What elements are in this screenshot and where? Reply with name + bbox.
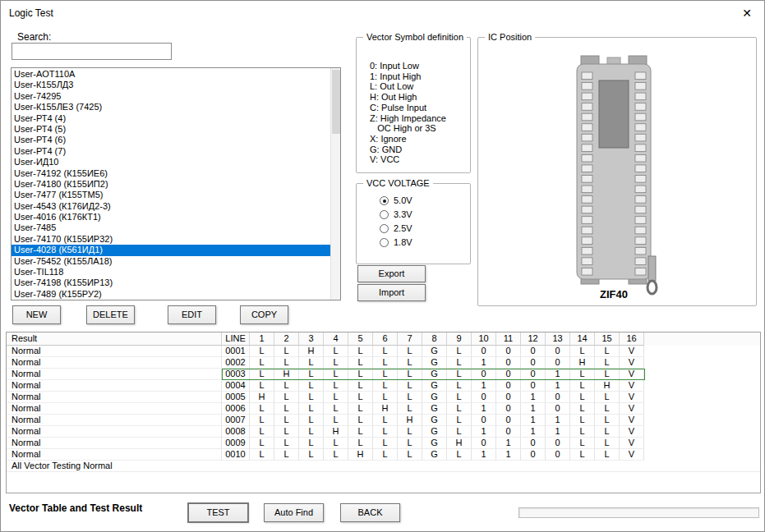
- pin-cell: 1: [521, 415, 546, 426]
- pin-cell: L: [398, 380, 422, 392]
- search-input[interactable]: [12, 43, 172, 60]
- grid-row[interactable]: Normal0004LLLLLLLGL1001LHV: [7, 380, 760, 392]
- list-item[interactable]: User-AOT110A: [12, 69, 330, 80]
- ic-position-group: IC Position ZIF40: [477, 37, 757, 306]
- pin-cell: 0: [496, 346, 521, 357]
- pin-cell: H: [274, 369, 299, 380]
- edit-button[interactable]: EDIT: [168, 305, 216, 324]
- search-label: Search:: [17, 31, 51, 43]
- result-cell: Normal: [7, 380, 222, 392]
- list-item[interactable]: User-74198 (К155ИР13): [12, 277, 330, 288]
- close-icon[interactable]: ✕: [736, 4, 758, 22]
- pin-cell: L: [373, 438, 398, 449]
- filler-cell: [644, 346, 760, 357]
- pin-cell: L: [447, 380, 472, 392]
- pin-cell: L: [447, 449, 472, 461]
- pin-slot: [582, 176, 592, 183]
- grid-row[interactable]: Normal0001LLHLLLLGL0000LLV: [7, 346, 760, 357]
- device-list[interactable]: User-AOT110AUser-К155ЛД3User-74295User-К…: [11, 67, 341, 300]
- pin-slot: [582, 217, 592, 224]
- vcc-radio-1.8V[interactable]: 1.8V: [380, 237, 412, 251]
- grid-row[interactable]: Normal0008LLLHLLLGL1011LLV: [7, 426, 760, 438]
- pin-cell: H: [250, 392, 274, 403]
- ic-position-group-title: IC Position: [485, 32, 535, 42]
- vector-symbol-line: L: Out Low: [370, 81, 446, 92]
- pin-cell: L: [373, 369, 398, 380]
- pin-cell: L: [299, 438, 324, 449]
- vector-symbol-line: C: Pulse Input: [370, 103, 446, 113]
- list-item[interactable]: User-74295: [12, 91, 330, 102]
- list-item[interactable]: User-4016 (К176КТ1): [12, 212, 330, 222]
- pin-cell: L: [398, 346, 422, 357]
- pin-cell: L: [250, 426, 274, 438]
- grid-row[interactable]: Normal0005HLLLLLLGL0010LLV: [7, 392, 760, 403]
- vcc-voltage-group-title: VCC VOLTAGE: [363, 178, 433, 188]
- pin-cell: 0: [496, 392, 521, 403]
- line-cell: 0004: [222, 380, 250, 392]
- result-cell: Normal: [7, 426, 222, 438]
- list-item[interactable]: User-4543 (К176ИД2-3): [12, 201, 330, 212]
- list-item[interactable]: User-РТ4 (5): [12, 124, 330, 135]
- grid-row[interactable]: Normal0010LLLLHLLGL1100LLV: [7, 449, 760, 461]
- export-button[interactable]: Export: [357, 265, 426, 282]
- vcc-radio-5.0V[interactable]: 5.0V: [380, 195, 412, 209]
- vcc-radio-label: 3.3V: [394, 209, 412, 219]
- pin-cell: 1: [496, 449, 521, 461]
- list-item[interactable]: User-74192 (К155ИЕ6): [12, 168, 330, 179]
- back-button[interactable]: BACK: [340, 503, 400, 522]
- list-item[interactable]: User-К155ЛЕ3 (7425): [12, 102, 330, 112]
- grid-row[interactable]: Normal0003LHLLLLLGL0001LLV: [7, 369, 760, 380]
- grid-row[interactable]: Normal0002LLLLLLLGL1000HLV: [7, 357, 760, 369]
- pin-cell: L: [348, 380, 373, 392]
- filler-cell: [644, 357, 760, 369]
- line-cell: 0007: [222, 415, 250, 426]
- list-item[interactable]: User-К155ЛД3: [12, 80, 330, 90]
- list-item[interactable]: User-74170 (К155ИР32): [12, 234, 330, 245]
- list-item[interactable]: User-TIL118: [12, 267, 330, 277]
- grid-row[interactable]: Normal0007LLLLLLHGL0011LLV: [7, 415, 760, 426]
- grid-row[interactable]: Normal0006LLLLLHLGL1010LLV: [7, 403, 760, 415]
- vcc-radio-3.3V[interactable]: 3.3V: [380, 209, 412, 223]
- grid-row[interactable]: Normal0009LLLLLLLGH0100LLV: [7, 438, 760, 449]
- list-item[interactable]: User-РТ4 (6): [12, 135, 330, 145]
- pin-cell: G: [422, 357, 447, 369]
- pin-cell: L: [570, 392, 595, 403]
- pin-cell: 0: [472, 415, 496, 426]
- list-item[interactable]: User-ИД10: [12, 157, 330, 167]
- pin-cell: L: [348, 392, 373, 403]
- pin-cell: L: [398, 426, 422, 438]
- list-item[interactable]: User-4028 (К561ИД1): [12, 245, 330, 255]
- scrollbar-thumb[interactable]: [332, 70, 340, 134]
- pin-cell: G: [422, 426, 447, 438]
- list-item[interactable]: User-75452 (К155ЛА18): [12, 256, 330, 267]
- import-button[interactable]: Import: [357, 284, 426, 301]
- new-button[interactable]: NEW: [12, 305, 61, 324]
- list-item[interactable]: User-7485: [12, 222, 330, 233]
- grid-header-cell: 8: [422, 332, 447, 346]
- vcc-radio-2.5V[interactable]: 2.5V: [380, 223, 412, 237]
- list-item[interactable]: User-РТ4 (7): [12, 146, 330, 157]
- title-bar[interactable]: Logic Test ✕: [1, 1, 764, 25]
- delete-button[interactable]: DELETE: [86, 305, 135, 324]
- vector-symbol-line: 0: Input Low: [370, 61, 446, 71]
- copy-button[interactable]: COPY: [240, 305, 288, 324]
- pin-slot: [582, 113, 592, 121]
- list-item[interactable]: User-7489 (К155РУ2): [12, 289, 330, 300]
- list-scrollbar[interactable]: [330, 68, 340, 300]
- test-button[interactable]: TEST: [188, 503, 248, 522]
- list-item[interactable]: User-7477 (К155ТМ5): [12, 190, 330, 200]
- list-item[interactable]: User-74180 (К155ИП2): [12, 179, 330, 190]
- vcc-radio-label: 2.5V: [394, 223, 412, 233]
- pin-cell: V: [620, 392, 644, 403]
- auto-find-button[interactable]: Auto Find: [264, 503, 324, 522]
- pin-cell: L: [373, 449, 398, 461]
- grid-header-cell: LINE: [222, 332, 250, 346]
- pin-slot: [635, 165, 646, 172]
- list-item[interactable]: User-РТ4 (4): [12, 113, 330, 124]
- pin-cell: L: [398, 392, 422, 403]
- pin-cell: L: [570, 346, 595, 357]
- grid-header-cell: 4: [324, 332, 348, 346]
- grid-header-cell: 6: [373, 332, 398, 346]
- pin-slot: [635, 72, 646, 80]
- pin-cell: H: [570, 357, 595, 369]
